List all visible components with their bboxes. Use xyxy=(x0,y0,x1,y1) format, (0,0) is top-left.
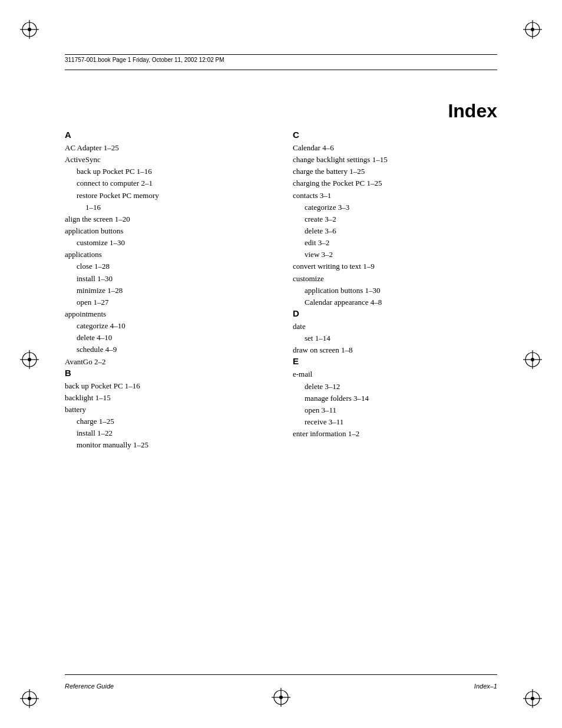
corner-mark-tr xyxy=(521,18,544,41)
file-info-bar: 311757-001.book Page 1 Friday, October 1… xyxy=(65,54,497,63)
entry-contacts: contacts 3–1 categorize 3–3 create 3–2 d… xyxy=(293,190,497,261)
svg-point-11 xyxy=(28,697,31,700)
footer: Reference Guide Index–1 xyxy=(65,683,497,690)
svg-point-7 xyxy=(531,28,534,31)
corner-mark-tl xyxy=(18,18,41,41)
bottom-rule xyxy=(65,674,497,675)
section-header-e: E xyxy=(293,356,497,366)
section-header-b: B xyxy=(65,368,269,378)
entry-change-backlight: change backlight settings 1–15 xyxy=(293,154,497,166)
entry-avantgo: AvantGo 2–2 xyxy=(65,356,269,368)
section-header-c: C xyxy=(293,130,497,140)
section-d: D date set 1–14 draw on screen 1–8 xyxy=(293,308,497,356)
entry-draw-on-screen: draw on screen 1–8 xyxy=(293,344,497,356)
entry-backlight: backlight 1–15 xyxy=(65,392,269,404)
section-b: B back up Pocket PC 1–16 backlight 1–15 … xyxy=(65,368,269,452)
entry-email: e-mail delete 3–12 manage folders 3–14 o… xyxy=(293,368,497,428)
section-a: A AC Adapter 1–25 ActiveSync back up Poc… xyxy=(65,130,269,368)
svg-point-3 xyxy=(28,28,31,31)
footer-left: Reference Guide xyxy=(65,683,114,690)
entry-battery: battery charge 1–25 install 1–22 monitor… xyxy=(65,404,269,452)
file-info-text: 311757-001.book Page 1 Friday, October 1… xyxy=(65,57,224,63)
entry-align-screen: align the screen 1–20 xyxy=(65,213,269,225)
corner-mark-br xyxy=(521,687,544,710)
top-rule xyxy=(65,70,497,70)
entry-activesync: ActiveSync back up Pocket PC 1–16 connec… xyxy=(65,154,269,213)
entry-charge-battery: charge the battery 1–25 xyxy=(293,166,497,177)
column-right: C Calendar 4–6 change backlight settings… xyxy=(293,130,497,452)
entry-applications: applications close 1–28 install 1–30 min… xyxy=(65,249,269,308)
entry-backup: back up Pocket PC 1–16 xyxy=(65,380,269,392)
entry-appointments: appointments categorize 4–10 delete 4–10… xyxy=(65,308,269,356)
page: 311757-001.book Page 1 Friday, October 1… xyxy=(0,0,562,728)
section-header-d: D xyxy=(293,308,497,318)
svg-point-23 xyxy=(531,358,534,361)
entry-application-buttons: application buttons customize 1–30 xyxy=(65,225,269,249)
section-c: C Calendar 4–6 change backlight settings… xyxy=(293,130,497,308)
corner-mark-bl xyxy=(18,687,41,710)
entry-enter-information: enter information 1–2 xyxy=(293,428,497,440)
svg-point-15 xyxy=(531,697,534,700)
entry-convert-writing: convert writing to text 1–9 xyxy=(293,261,497,272)
entry-charging-pocket-pc: charging the Pocket PC 1–25 xyxy=(293,177,497,189)
page-title: Index xyxy=(448,100,497,122)
side-mark-right xyxy=(521,348,544,374)
column-left: A AC Adapter 1–25 ActiveSync back up Poc… xyxy=(65,130,269,452)
svg-point-27 xyxy=(279,696,283,699)
entry-calendar: Calendar 4–6 xyxy=(293,142,497,154)
section-e: E e-mail delete 3–12 manage folders 3–14… xyxy=(293,356,497,440)
entry-ac-adapter: AC Adapter 1–25 xyxy=(65,142,269,154)
section-header-a: A xyxy=(65,130,269,140)
two-columns: A AC Adapter 1–25 ActiveSync back up Poc… xyxy=(65,130,497,452)
footer-right: Index–1 xyxy=(474,683,497,690)
content-area: A AC Adapter 1–25 ActiveSync back up Poc… xyxy=(65,130,497,651)
svg-point-19 xyxy=(28,358,31,361)
side-mark-left xyxy=(18,348,41,374)
entry-customize: customize application buttons 1–30 Calen… xyxy=(293,273,497,308)
entry-date: date set 1–14 xyxy=(293,321,497,344)
